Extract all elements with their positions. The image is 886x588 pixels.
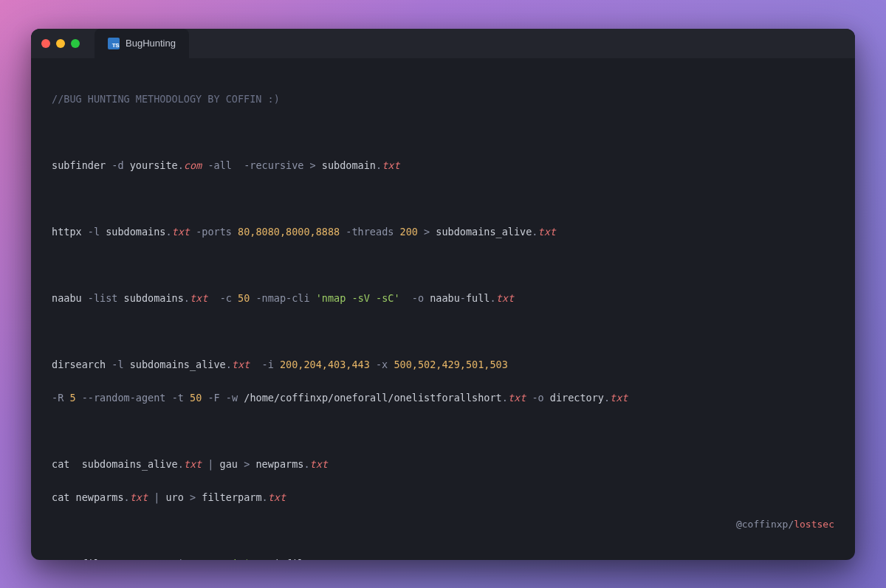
editor-content[interactable]: //BUG HUNTING METHODOLOGY BY COFFIN :) s… xyxy=(31,58,855,560)
window-controls xyxy=(41,39,80,48)
maximize-icon[interactable] xyxy=(71,39,80,48)
code-line: httpx -l subdomains.txt -ports 80,8080,8… xyxy=(52,224,834,241)
tab-bughunting[interactable]: TS BugHunting xyxy=(95,29,189,58)
footer-project: lostsec xyxy=(794,519,834,530)
code-line: naabu -list subdomains.txt -c 50 -nmap-c… xyxy=(52,290,834,307)
titlebar: TS BugHunting xyxy=(31,29,855,58)
code-window: TS BugHunting //BUG HUNTING METHODOLOGY … xyxy=(31,29,855,560)
code-line: cat filterparam.txt | grep ".js$" > jsfi… xyxy=(52,556,834,560)
footer-handle: @coffinxp xyxy=(736,519,788,530)
code-line: subfinder -d yoursite.com -all -recursiv… xyxy=(52,157,834,174)
tab-title: BugHunting xyxy=(126,38,176,49)
minimize-icon[interactable] xyxy=(56,39,65,48)
code-line: -R 5 --random-agent -t 50 -F -w /home/co… xyxy=(52,390,834,407)
code-line: cat subdomains_alive.txt | gau > newparm… xyxy=(52,456,834,473)
close-icon[interactable] xyxy=(41,39,50,48)
code-comment: //BUG HUNTING METHODOLOGY BY COFFIN :) xyxy=(52,93,280,105)
code-line: dirsearch -l subdomains_alive.txt -i 200… xyxy=(52,356,834,373)
footer-credit: @coffinxp/lostsec xyxy=(701,499,834,550)
typescript-icon: TS xyxy=(108,38,120,49)
